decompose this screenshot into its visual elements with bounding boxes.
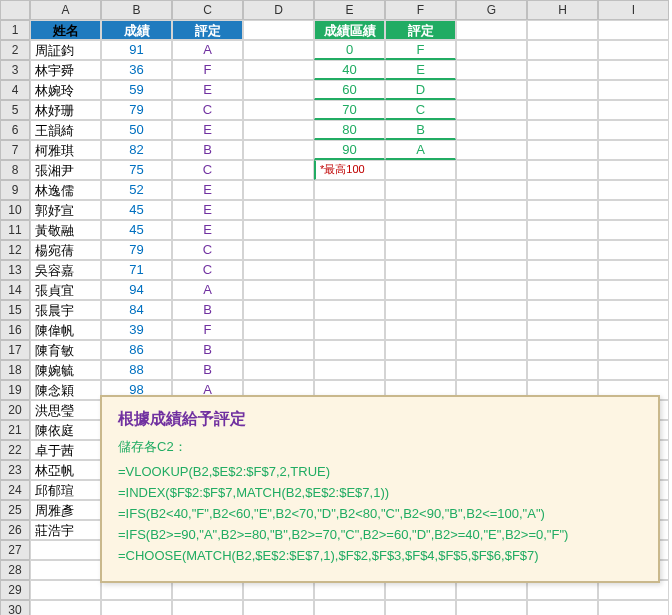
cell[interactable]	[456, 160, 527, 180]
cell[interactable]	[598, 600, 669, 615]
cell[interactable]	[598, 200, 669, 220]
cell[interactable]: F	[172, 60, 243, 80]
cell[interactable]	[598, 20, 669, 40]
cell[interactable]	[30, 600, 101, 615]
cell[interactable]: E	[172, 180, 243, 200]
cell[interactable]	[598, 240, 669, 260]
cell[interactable]	[527, 600, 598, 615]
cell[interactable]: 86	[101, 340, 172, 360]
cell[interactable]	[527, 260, 598, 280]
cell[interactable]	[527, 80, 598, 100]
cell[interactable]: 楊宛蒨	[30, 240, 101, 260]
cell[interactable]	[385, 280, 456, 300]
cell[interactable]	[385, 240, 456, 260]
cell[interactable]: 姓名	[30, 20, 101, 40]
cell[interactable]: B	[172, 360, 243, 380]
cell[interactable]	[172, 580, 243, 600]
cell[interactable]: C	[172, 160, 243, 180]
cell[interactable]	[456, 360, 527, 380]
row-header[interactable]: 17	[0, 340, 30, 360]
cell[interactable]	[385, 600, 456, 615]
cell[interactable]	[314, 320, 385, 340]
cell[interactable]: B	[172, 140, 243, 160]
cell[interactable]: B	[385, 120, 456, 140]
cell[interactable]	[527, 120, 598, 140]
cell[interactable]: 45	[101, 220, 172, 240]
cell[interactable]	[243, 140, 314, 160]
cell[interactable]: 郭妤宣	[30, 200, 101, 220]
cell[interactable]: 陳育敏	[30, 340, 101, 360]
cell[interactable]: 張貞宜	[30, 280, 101, 300]
cell[interactable]	[243, 360, 314, 380]
row-header[interactable]: 4	[0, 80, 30, 100]
cell[interactable]: 林妤珊	[30, 100, 101, 120]
row-header[interactable]: 29	[0, 580, 30, 600]
cell[interactable]: E	[172, 80, 243, 100]
cell[interactable]	[30, 560, 101, 580]
row-header[interactable]: 22	[0, 440, 30, 460]
cell[interactable]	[598, 160, 669, 180]
cell[interactable]	[598, 220, 669, 240]
cell[interactable]	[527, 300, 598, 320]
cell[interactable]	[385, 200, 456, 220]
cell[interactable]	[243, 220, 314, 240]
cell[interactable]	[243, 280, 314, 300]
cell[interactable]: A	[172, 40, 243, 60]
row-header[interactable]: 5	[0, 100, 30, 120]
cell[interactable]	[314, 580, 385, 600]
cell[interactable]	[527, 40, 598, 60]
row-header[interactable]: 3	[0, 60, 30, 80]
column-header[interactable]: I	[598, 0, 669, 20]
cell[interactable]: F	[172, 320, 243, 340]
cell[interactable]	[314, 260, 385, 280]
cell[interactable]	[243, 580, 314, 600]
cell[interactable]	[243, 100, 314, 120]
cell[interactable]	[527, 240, 598, 260]
cell[interactable]	[243, 120, 314, 140]
cell[interactable]	[527, 200, 598, 220]
cell[interactable]: 39	[101, 320, 172, 340]
cell[interactable]: 75	[101, 160, 172, 180]
cell[interactable]: 陳婉毓	[30, 360, 101, 380]
cell[interactable]: F	[385, 40, 456, 60]
cell[interactable]	[456, 300, 527, 320]
cell[interactable]: E	[172, 120, 243, 140]
cell[interactable]	[456, 280, 527, 300]
cell[interactable]	[527, 220, 598, 240]
cell[interactable]: 90	[314, 140, 385, 160]
cell[interactable]: 成績	[101, 20, 172, 40]
row-header[interactable]: 8	[0, 160, 30, 180]
row-header[interactable]: 11	[0, 220, 30, 240]
cell[interactable]	[101, 580, 172, 600]
cell[interactable]: 40	[314, 60, 385, 80]
cell[interactable]	[385, 220, 456, 240]
cell[interactable]: *最高100	[314, 160, 385, 180]
cell[interactable]	[243, 80, 314, 100]
cell[interactable]: 陳念穎	[30, 380, 101, 400]
cell[interactable]: 林亞帆	[30, 460, 101, 480]
cell[interactable]	[598, 140, 669, 160]
row-header[interactable]: 24	[0, 480, 30, 500]
cell[interactable]	[456, 320, 527, 340]
column-header[interactable]: H	[527, 0, 598, 20]
row-header[interactable]: 27	[0, 540, 30, 560]
cell[interactable]: 周雅彥	[30, 500, 101, 520]
cell[interactable]: 林逸儒	[30, 180, 101, 200]
cell[interactable]	[243, 340, 314, 360]
cell[interactable]	[385, 260, 456, 280]
row-header[interactable]: 14	[0, 280, 30, 300]
cell[interactable]	[598, 180, 669, 200]
cell[interactable]: 周証鈞	[30, 40, 101, 60]
cell[interactable]	[385, 300, 456, 320]
cell[interactable]	[598, 340, 669, 360]
cell[interactable]	[598, 100, 669, 120]
cell[interactable]: A	[385, 140, 456, 160]
cell[interactable]: C	[172, 240, 243, 260]
cell[interactable]: 林婉玲	[30, 80, 101, 100]
column-header[interactable]: F	[385, 0, 456, 20]
cell[interactable]: C	[172, 100, 243, 120]
cell[interactable]	[243, 180, 314, 200]
cell[interactable]	[456, 260, 527, 280]
cell[interactable]	[385, 160, 456, 180]
cell[interactable]: 黃敬融	[30, 220, 101, 240]
